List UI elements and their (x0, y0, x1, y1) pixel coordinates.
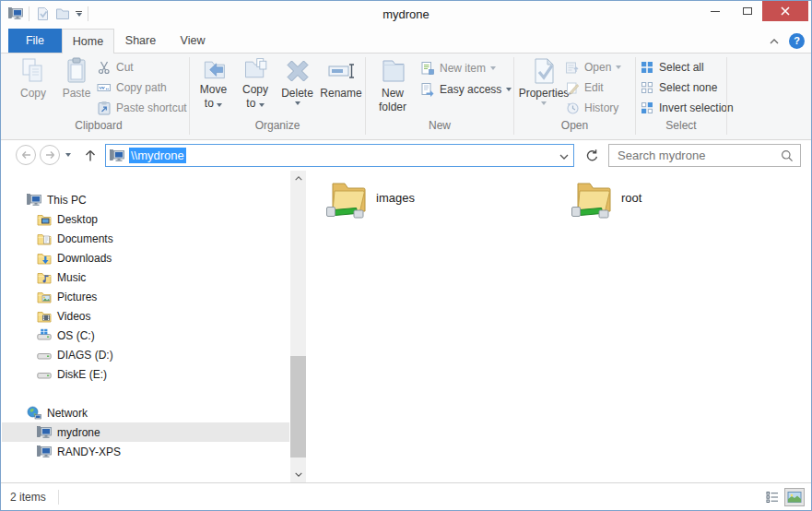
address-path-selected[interactable]: \\mydrone (129, 148, 186, 163)
collapse-ribbon-button[interactable] (766, 35, 783, 48)
computer-icon (37, 445, 52, 459)
new-folder-icon (378, 56, 407, 86)
chevron-down-icon (559, 153, 570, 160)
select-none-button[interactable]: Select none (640, 78, 717, 97)
close-button[interactable] (762, 1, 808, 21)
cut-button[interactable]: Cut (97, 58, 134, 77)
move-to-icon (201, 56, 227, 82)
copy-path-icon (97, 80, 112, 95)
new-item-button[interactable]: New item (420, 59, 496, 77)
sidebar-item-randy-xps[interactable]: RANDY-XPS (2, 442, 289, 461)
window-title: mydrone (1, 1, 811, 29)
sidebar-item-documents[interactable]: Documents (2, 229, 289, 248)
copy-icon (18, 56, 48, 86)
network-computer-icon (110, 149, 124, 163)
copy-to-icon (242, 56, 268, 82)
chevron-down-icon (490, 66, 496, 70)
folder-name: root (621, 191, 641, 205)
scrollbar-thumb[interactable] (290, 356, 306, 458)
tab-view[interactable]: View (167, 29, 218, 53)
forward-button[interactable] (40, 145, 60, 165)
open-icon (565, 60, 580, 75)
sidebar-item-diags-d[interactable]: DIAGS (D:) (2, 345, 289, 364)
easy-access-button[interactable]: Easy access (420, 80, 512, 99)
explorer-window: mydrone File Home Share View ? Copy (0, 0, 812, 511)
folder-tile-images[interactable]: images (325, 175, 415, 220)
search-input[interactable] (609, 145, 800, 166)
sidebar-item-downloads[interactable]: Downloads (2, 248, 289, 267)
drive-icon (37, 367, 52, 382)
chevron-down-icon (616, 65, 621, 69)
sidebar-item-os-c[interactable]: OS (C:) (2, 326, 289, 345)
computer-icon (37, 425, 52, 440)
group-label-organize: Organize (190, 119, 365, 132)
details-view-button[interactable] (762, 488, 783, 506)
computer-icon (27, 193, 41, 208)
tab-home[interactable]: Home (62, 29, 114, 53)
select-none-icon (640, 80, 654, 95)
refresh-button[interactable] (581, 144, 603, 167)
pictures-icon (37, 290, 52, 304)
paste-icon (62, 56, 91, 86)
arrow-right-icon (44, 149, 56, 160)
paste-button[interactable]: Paste (56, 56, 97, 119)
scroll-up-button[interactable] (290, 171, 306, 186)
rename-button[interactable]: Rename (318, 56, 364, 119)
chevron-up-icon (769, 38, 780, 45)
chevron-down-icon (541, 101, 547, 105)
open-button[interactable]: Open (565, 58, 621, 77)
documents-icon (37, 232, 52, 246)
sidebar-item-mydrone[interactable]: mydrone (2, 422, 289, 442)
shared-folder-icon (571, 175, 615, 220)
up-button[interactable] (80, 145, 100, 165)
select-all-button[interactable]: Select all (640, 58, 704, 77)
group-label-select: Select (636, 119, 726, 132)
search-icon[interactable] (781, 149, 794, 162)
minimize-button[interactable] (699, 1, 732, 21)
drive-icon (37, 348, 52, 362)
arrow-up-icon (84, 149, 97, 162)
properties-button[interactable]: Properties (517, 56, 571, 119)
sidebar-item-diske-e[interactable]: DiskE (E:) (2, 364, 289, 384)
invert-selection-button[interactable]: Invert selection (640, 99, 734, 117)
shared-folder-icon (325, 175, 370, 220)
copy-button[interactable]: Copy (12, 56, 54, 119)
maximize-button[interactable] (732, 1, 762, 21)
chevron-down-icon (295, 101, 300, 105)
edit-button[interactable]: Edit (565, 78, 604, 97)
sidebar-item-network[interactable]: Network (2, 403, 289, 422)
back-button[interactable] (16, 145, 36, 165)
tab-file[interactable]: File (8, 29, 62, 53)
status-bar: 2 items (1, 482, 811, 510)
move-to-button[interactable]: Move to (193, 56, 234, 119)
address-bar[interactable]: \\mydrone (105, 144, 574, 167)
new-item-icon (420, 61, 435, 76)
address-dropdown-button[interactable] (559, 148, 570, 164)
sidebar-item-this-pc[interactable]: This PC (2, 190, 289, 209)
new-folder-button[interactable]: New folder (368, 56, 418, 119)
sidebar-item-music[interactable]: Music (2, 267, 289, 287)
sidebar-scrollbar[interactable] (290, 171, 306, 482)
sidebar-item-videos[interactable]: Videos (2, 306, 289, 326)
scroll-down-button[interactable] (290, 467, 306, 482)
chevron-down-icon (259, 103, 265, 107)
cut-icon (97, 60, 112, 75)
delete-button[interactable]: Delete (277, 56, 318, 119)
minimize-icon (711, 11, 720, 12)
folder-tile-root[interactable]: root (571, 175, 641, 220)
help-button[interactable]: ? (789, 33, 805, 49)
sidebar-item-desktop[interactable]: Desktop (2, 209, 289, 229)
sidebar-item-pictures[interactable]: Pictures (2, 287, 289, 306)
copy-path-button[interactable]: Copy path (97, 78, 167, 97)
recent-locations-dropdown[interactable] (65, 153, 71, 157)
main-area: This PC Desktop Documents Downloads (1, 171, 811, 482)
folder-name: images (376, 191, 415, 205)
thumbnail-view-button[interactable] (784, 488, 805, 506)
copy-to-button[interactable]: Copy to (235, 56, 276, 119)
easy-access-icon (420, 82, 435, 97)
history-button[interactable]: History (565, 99, 618, 117)
paste-shortcut-button[interactable]: Paste shortcut (97, 99, 187, 117)
select-all-icon (640, 60, 654, 75)
chevron-down-icon (217, 103, 222, 107)
tab-share[interactable]: Share (114, 29, 167, 53)
